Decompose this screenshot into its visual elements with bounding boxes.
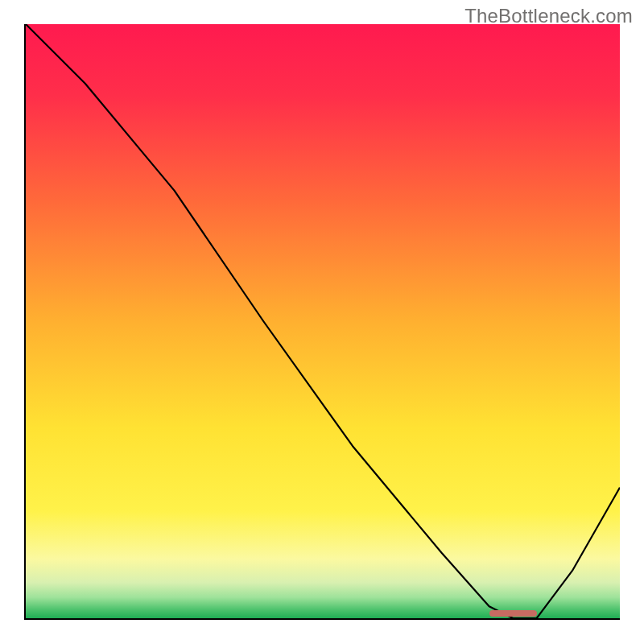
plot-frame [24, 24, 620, 620]
plot-area [26, 24, 620, 618]
bottleneck-curve [26, 24, 620, 618]
optimal-range-marker [489, 610, 537, 617]
